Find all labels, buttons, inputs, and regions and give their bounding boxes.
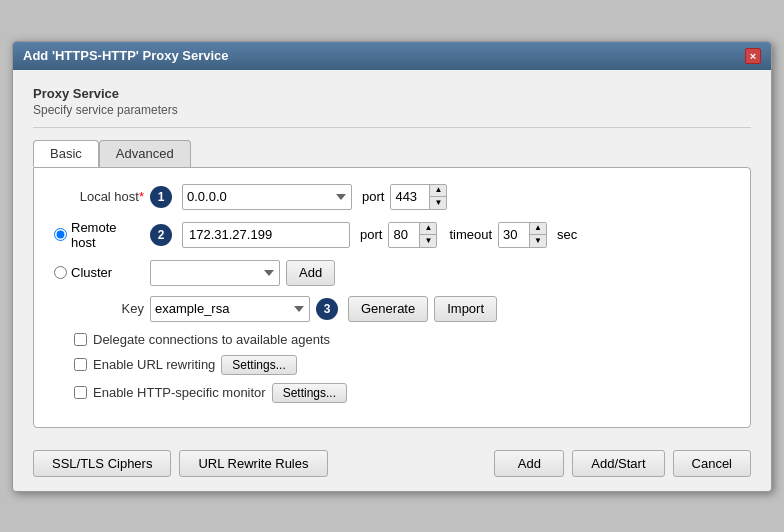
tab-content-basic: Local host* 1 0.0.0.0 port ▲ ▼ bbox=[33, 167, 751, 428]
ssl-tls-ciphers-button[interactable]: SSL/TLS Ciphers bbox=[33, 450, 171, 477]
timeout-box: ▲ ▼ bbox=[498, 222, 547, 248]
tab-bar: Basic Advanced bbox=[33, 140, 751, 167]
local-host-port-label: port bbox=[362, 189, 384, 204]
remote-host-port-down[interactable]: ▼ bbox=[420, 235, 436, 247]
remote-host-input[interactable] bbox=[182, 222, 350, 248]
section-title: Proxy Service bbox=[33, 86, 751, 101]
cluster-add-button[interactable]: Add bbox=[286, 260, 335, 286]
close-button[interactable]: × bbox=[745, 48, 761, 64]
local-host-port-input[interactable] bbox=[391, 185, 429, 209]
add-start-button[interactable]: Add/Start bbox=[572, 450, 664, 477]
http-monitor-settings-button[interactable]: Settings... bbox=[272, 383, 347, 403]
footer-left-buttons: SSL/TLS Ciphers URL Rewrite Rules bbox=[33, 450, 328, 477]
remote-host-port-up[interactable]: ▲ bbox=[420, 223, 436, 235]
badge-3: 3 bbox=[316, 298, 338, 320]
remote-host-port-spinners: ▲ ▼ bbox=[419, 223, 436, 247]
remote-host-port-label: port bbox=[360, 227, 382, 242]
local-host-label: Local host* bbox=[54, 189, 144, 204]
cluster-dropdown[interactable] bbox=[150, 260, 280, 286]
url-rewriting-label: Enable URL rewriting bbox=[93, 357, 215, 372]
delegate-row: Delegate connections to available agents bbox=[54, 332, 730, 347]
key-label: Key bbox=[54, 301, 144, 316]
section-subtitle: Specify service parameters bbox=[33, 103, 751, 117]
http-monitor-checkbox[interactable] bbox=[74, 386, 87, 399]
timeout-up[interactable]: ▲ bbox=[530, 223, 546, 235]
url-rewrite-rules-button[interactable]: URL Rewrite Rules bbox=[179, 450, 327, 477]
url-rewriting-settings-button[interactable]: Settings... bbox=[221, 355, 296, 375]
add-button[interactable]: Add bbox=[494, 450, 564, 477]
delegate-checkbox[interactable] bbox=[74, 333, 87, 346]
cancel-button[interactable]: Cancel bbox=[673, 450, 751, 477]
timeout-input[interactable] bbox=[499, 223, 529, 247]
badge-2: 2 bbox=[150, 224, 172, 246]
local-host-port-box: ▲ ▼ bbox=[390, 184, 447, 210]
cluster-radio[interactable] bbox=[54, 266, 67, 279]
timeout-spinners: ▲ ▼ bbox=[529, 223, 546, 247]
timeout-down[interactable]: ▼ bbox=[530, 235, 546, 247]
footer-right-buttons: Add Add/Start Cancel bbox=[494, 450, 751, 477]
key-row: Key example_rsa 3 Generate Import bbox=[54, 296, 730, 322]
http-monitor-label: Enable HTTP-specific monitor bbox=[93, 385, 266, 400]
timeout-unit: sec bbox=[557, 227, 577, 242]
delegate-label: Delegate connections to available agents bbox=[93, 332, 330, 347]
key-dropdown[interactable]: example_rsa bbox=[150, 296, 310, 322]
generate-button[interactable]: Generate bbox=[348, 296, 428, 322]
remote-host-row: Remote host 2 port ▲ ▼ timeout ▲ bbox=[54, 220, 730, 250]
timeout-label: timeout bbox=[449, 227, 492, 242]
remote-host-port-box: ▲ ▼ bbox=[388, 222, 437, 248]
local-host-port-spinners: ▲ ▼ bbox=[429, 185, 446, 209]
section-divider bbox=[33, 127, 751, 128]
import-button[interactable]: Import bbox=[434, 296, 497, 322]
dialog-titlebar: Add 'HTTPS-HTTP' Proxy Service × bbox=[13, 42, 771, 70]
url-rewriting-checkbox[interactable] bbox=[74, 358, 87, 371]
cluster-row: Cluster Add bbox=[54, 260, 730, 286]
http-monitor-row: Enable HTTP-specific monitor Settings... bbox=[54, 383, 730, 403]
cluster-radio-label: Cluster bbox=[54, 265, 144, 280]
dialog-body: Proxy Service Specify service parameters… bbox=[13, 70, 771, 440]
remote-host-radio[interactable] bbox=[54, 228, 67, 241]
url-rewriting-row: Enable URL rewriting Settings... bbox=[54, 355, 730, 375]
dialog-footer: SSL/TLS Ciphers URL Rewrite Rules Add Ad… bbox=[13, 440, 771, 491]
badge-1: 1 bbox=[150, 186, 172, 208]
local-host-dropdown[interactable]: 0.0.0.0 bbox=[182, 184, 352, 210]
remote-host-radio-label: Remote host bbox=[54, 220, 144, 250]
add-proxy-service-dialog: Add 'HTTPS-HTTP' Proxy Service × Proxy S… bbox=[12, 41, 772, 492]
local-host-row: Local host* 1 0.0.0.0 port ▲ ▼ bbox=[54, 184, 730, 210]
tab-advanced[interactable]: Advanced bbox=[99, 140, 191, 167]
dialog-title: Add 'HTTPS-HTTP' Proxy Service bbox=[23, 48, 229, 63]
local-host-port-up[interactable]: ▲ bbox=[430, 185, 446, 197]
tab-basic[interactable]: Basic bbox=[33, 140, 99, 167]
remote-host-port-input[interactable] bbox=[389, 223, 419, 247]
local-host-port-down[interactable]: ▼ bbox=[430, 197, 446, 209]
